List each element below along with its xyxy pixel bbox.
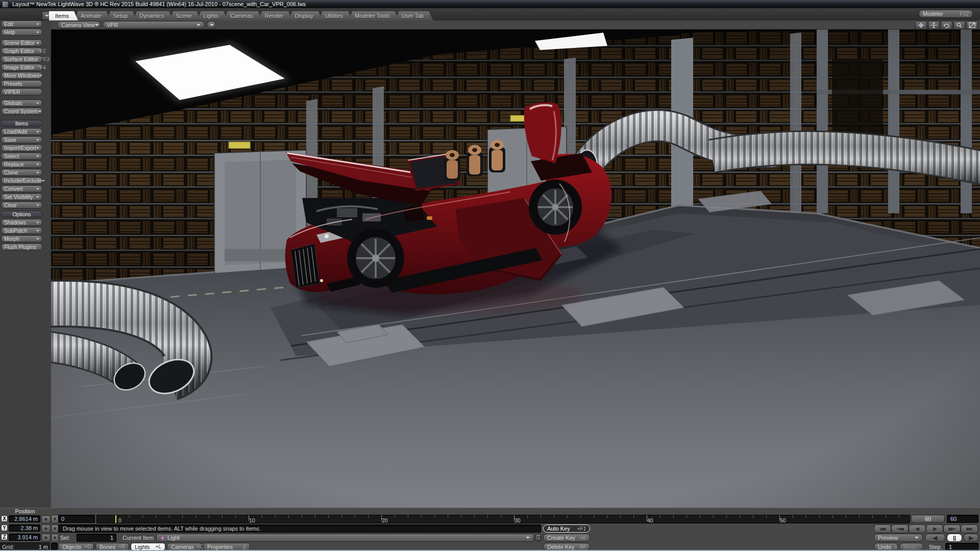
auto-key-button[interactable]: Auto Key+F1 [543, 524, 590, 533]
edit-menu-button[interactable]: Edit [1, 20, 42, 28]
viewport-3d-scene[interactable] [51, 30, 980, 508]
tab-dynamics[interactable]: Dynamics [133, 11, 173, 20]
help-menu-button[interactable]: Help [1, 29, 42, 36]
x-position-field[interactable]: 2.8614 m [9, 515, 40, 522]
tab-scene[interactable]: Scene [169, 11, 201, 20]
y-position-stepper[interactable] [41, 524, 51, 533]
zoom-view-button[interactable] [953, 21, 965, 30]
tab-lights[interactable]: Lights [198, 11, 228, 20]
prev-key-button[interactable]: +◀◀ [891, 524, 909, 533]
tab-display[interactable]: Display [289, 11, 323, 20]
more-windows-button[interactable]: More Windows [1, 72, 42, 79]
timeline-playhead[interactable] [115, 515, 116, 523]
replace-button[interactable]: Replace [1, 161, 42, 168]
import-export-button[interactable]: Import/Export [1, 144, 42, 152]
viewport-options-dropdown[interactable] [207, 21, 216, 29]
chevron-down-icon [42, 180, 45, 183]
frame-stepper[interactable] [51, 515, 59, 523]
go-first-button[interactable]: |◀◀ [874, 524, 891, 533]
y-position-field[interactable]: 2.38 m [9, 524, 40, 532]
item-lock-button[interactable] [535, 534, 541, 541]
move-view-button[interactable] [915, 21, 927, 30]
timeline-range-handle[interactable]: 60 [911, 515, 945, 523]
image-editor-button[interactable]: Image Editor^F4 [1, 64, 42, 71]
step-forward-button[interactable]: ||▶ [926, 524, 943, 533]
tab-utilities[interactable]: Utilities [319, 11, 352, 20]
clone-button[interactable]: Clone [1, 169, 42, 176]
cameras-mode-tab[interactable]: Cameras+C [167, 543, 202, 550]
tab-animate[interactable]: Animate [75, 11, 110, 20]
tab-user-tab[interactable]: User Tab [395, 11, 433, 20]
morph-button[interactable]: Morph [1, 235, 42, 242]
lights-mode-tab[interactable]: Lights+L [131, 543, 165, 550]
surface-editor-button[interactable]: Surface Editor^F3 [1, 56, 42, 63]
shadows-button[interactable]: Shadows [1, 219, 42, 226]
z-axis-icon[interactable]: Z [1, 534, 8, 540]
convert-button[interactable]: Convert [1, 185, 42, 192]
save-button[interactable]: Save [1, 136, 42, 143]
select-button[interactable]: Select [1, 153, 42, 160]
timeline-ruler[interactable]: 0 10 20 30 40 50 [96, 515, 910, 523]
x-position-stepper[interactable] [41, 515, 51, 523]
chevron-down-icon [95, 24, 99, 28]
title-bar[interactable]: Layout™ NewTek LightWave 3D ® HC Rev 201… [0, 0, 980, 8]
status-bar: Drag mouse in view to move selected item… [58, 524, 541, 533]
maximize-icon [969, 22, 975, 28]
viper-button[interactable]: VIPER [1, 88, 42, 95]
current-item-dropdown[interactable]: Light [156, 534, 534, 542]
edit-mode-indicator [51, 543, 58, 550]
redo-button[interactable]: Redo [899, 543, 923, 550]
scene-editor-button[interactable]: Scene Editor [1, 39, 42, 46]
chevron-down-icon [36, 164, 39, 167]
modeler-button[interactable]: Modeler F12 [919, 10, 973, 18]
pause-button[interactable]: || [947, 534, 962, 542]
subpatch-button[interactable]: SubPatch [1, 227, 42, 234]
tab-setup[interactable]: Setup [107, 11, 137, 20]
y-axis-icon[interactable]: Y [1, 524, 8, 531]
status-stepper[interactable] [51, 524, 59, 533]
z-position-stepper[interactable] [41, 534, 51, 542]
create-key-button[interactable]: Create Keyret [543, 534, 590, 542]
x-axis-icon[interactable]: X [1, 515, 8, 522]
properties-tab[interactable]: Propertiesp [203, 543, 250, 550]
tab-cameras[interactable]: Cameras [224, 11, 262, 20]
end-frame-field[interactable]: 60 [947, 515, 978, 523]
bones-mode-tab[interactable]: Bones+B [95, 543, 129, 550]
next-key-button[interactable]: ▶▶+ [943, 524, 961, 533]
maximize-view-button[interactable] [966, 21, 978, 30]
set-visibility-button[interactable]: Set Visibility [1, 193, 42, 201]
objects-mode-tab[interactable]: Objects+O [58, 543, 94, 550]
z-position-field[interactable]: 3.914 m [9, 534, 40, 541]
step-field[interactable]: 1 [945, 543, 978, 550]
current-frame-field[interactable]: 0 [58, 515, 95, 523]
tab-items[interactable]: Items [49, 11, 78, 20]
grid-size-value: 1 m [39, 544, 48, 550]
load-add-button[interactable]: Load/Add [1, 128, 42, 135]
go-last-button[interactable]: ▶▶| [961, 524, 978, 533]
preview-dropdown[interactable]: Preview [874, 534, 923, 542]
move-icon [918, 22, 924, 28]
selection-stepper[interactable] [51, 534, 59, 542]
clear-button[interactable]: Clear [1, 202, 42, 209]
render-mode-dropdown[interactable]: VPR [103, 21, 205, 29]
chevron-down-icon [197, 24, 201, 28]
globals-button[interactable]: Globals [1, 99, 42, 107]
coord-system-button[interactable]: Coord System [1, 108, 42, 115]
presets-button[interactable]: Presets [1, 80, 42, 87]
tab-modeler-tools[interactable]: Modeler Tools [349, 11, 399, 20]
include-exclude-button[interactable]: Include/Exclude [1, 177, 42, 184]
rotate-view-button[interactable] [941, 21, 952, 30]
chevron-down-icon [36, 103, 39, 106]
play-forward-button[interactable]: ▶ [964, 534, 978, 542]
chevron-down-icon [36, 156, 39, 159]
play-reverse-button[interactable]: ◀ [925, 534, 945, 542]
graph-editor-button[interactable]: Graph Editor^F2 [1, 47, 42, 55]
flush-plugins-button[interactable]: Flush Plugins [1, 243, 42, 251]
view-mode-dropdown[interactable]: Camera View [57, 21, 101, 29]
tab-render[interactable]: Render [259, 11, 292, 20]
tab-overflow-button[interactable] [42, 11, 50, 20]
pan-view-button[interactable] [928, 21, 940, 30]
delete-key-button[interactable]: Delete Keydel [543, 543, 590, 550]
step-back-button[interactable]: ◀|| [909, 524, 926, 533]
undo-button[interactable]: Undou [874, 543, 898, 550]
